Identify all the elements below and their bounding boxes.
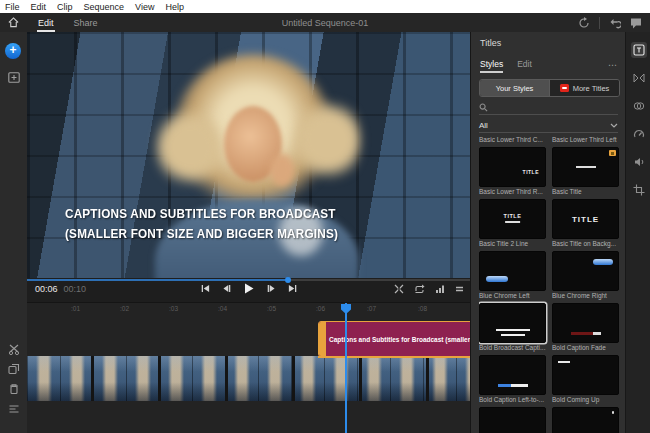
clip-trim-handle[interactable] xyxy=(319,322,326,356)
duplicate-icon[interactable] xyxy=(7,362,21,376)
style-item[interactable]: TITLE Basic Title on Backg... xyxy=(552,199,619,249)
transport-menu-icon[interactable] xyxy=(455,285,464,293)
menu-bar: File Edit Clip Sequence View Help xyxy=(0,0,650,13)
style-label[interactable]: Basic Lower Third Left xyxy=(552,135,619,145)
ruler-label: :04 xyxy=(218,305,227,312)
style-label: Blue Chrome Left xyxy=(479,291,546,301)
chevron-down-icon xyxy=(610,123,618,128)
style-label: Bold Caption Left-to-... xyxy=(479,395,546,405)
caption-line-1: CAPTIONS AND SUBTITLES FOR BROADCAST xyxy=(65,204,338,224)
track-controls-icon[interactable] xyxy=(7,402,21,416)
menu-edit[interactable]: Edit xyxy=(31,2,47,12)
search-row xyxy=(479,100,618,115)
ruler-label: :06 xyxy=(316,305,325,312)
playhead-handle[interactable] xyxy=(341,304,351,314)
search-icon xyxy=(479,103,488,112)
clip-link-highlight xyxy=(318,356,470,358)
scrubber-progress xyxy=(27,279,285,281)
style-label: Blue Chrome Right xyxy=(552,291,619,301)
playhead[interactable] xyxy=(345,303,347,433)
style-item[interactable]: Blue Chrome Left xyxy=(479,251,546,301)
media-browser-icon[interactable] xyxy=(7,70,21,84)
more-titles-button[interactable]: More Titles xyxy=(549,80,619,96)
style-label[interactable]: Basic Lower Third C... xyxy=(479,135,546,145)
fit-screen-icon[interactable] xyxy=(394,284,404,294)
preview-monitor[interactable]: CAPTIONS AND SUBTITLES FOR BROADCAST (SM… xyxy=(27,32,470,278)
menu-help[interactable]: Help xyxy=(165,2,184,12)
loop-icon[interactable] xyxy=(414,284,425,294)
menu-sequence[interactable]: Sequence xyxy=(84,2,125,12)
undo-icon[interactable] xyxy=(609,17,621,29)
style-item[interactable]: Basic Title xyxy=(552,147,619,197)
transitions-icon[interactable] xyxy=(631,70,647,86)
split-icon[interactable] xyxy=(7,342,21,356)
app-header: Edit Share Untitled Sequence-01 xyxy=(0,13,650,33)
step-back-icon[interactable] xyxy=(223,284,231,293)
search-input[interactable] xyxy=(493,101,618,113)
color-icon[interactable] xyxy=(631,98,647,114)
skip-start-icon[interactable] xyxy=(201,284,210,293)
divider xyxy=(599,17,600,29)
ruler-label: :08 xyxy=(418,305,427,312)
audio-icon[interactable] xyxy=(631,154,647,170)
menu-file[interactable]: File xyxy=(5,2,20,12)
menu-view[interactable]: View xyxy=(135,2,154,12)
style-item[interactable]: Bold Caption Fade xyxy=(552,303,619,353)
style-item-selected[interactable]: Bold Broadcast Capti... xyxy=(479,303,546,353)
video-clip-track[interactable] xyxy=(27,356,470,401)
thumb-title-text: TITLE xyxy=(504,213,522,223)
menu-clip[interactable]: Clip xyxy=(57,2,73,12)
more-titles-label: More Titles xyxy=(573,84,610,93)
style-label: Basic Title on Backg... xyxy=(552,239,619,249)
timeline[interactable]: :01 :02 :03 :04 :05 :06 :07 :08 Captions… xyxy=(27,302,470,433)
caption-overlay: CAPTIONS AND SUBTITLES FOR BROADCAST (SM… xyxy=(65,204,338,244)
tab-share[interactable]: Share xyxy=(73,15,99,31)
speed-icon[interactable] xyxy=(631,126,647,142)
video-subject-hair xyxy=(295,92,361,188)
panel-title: Titles xyxy=(480,38,501,48)
playback-quality-icon[interactable] xyxy=(435,284,445,294)
style-item[interactable]: Bold Coming Up xyxy=(552,355,619,405)
styles-grid: Basic Lower Third C... Basic Lower Third… xyxy=(479,135,619,433)
step-forward-icon[interactable] xyxy=(267,284,275,293)
style-item[interactable]: Blue Chrome Right xyxy=(552,251,619,301)
ruler-label: :01 xyxy=(71,305,80,312)
styles-source-toggle: Your Styles More Titles xyxy=(479,79,620,97)
sync-icon[interactable] xyxy=(578,17,590,29)
style-label: Bold Coming Up xyxy=(552,395,619,405)
feedback-icon[interactable] xyxy=(630,17,642,29)
skip-end-icon[interactable] xyxy=(288,284,297,293)
caption-clip-label: Captions and Subtitles for Broadcast (sm… xyxy=(326,336,470,343)
ruler-label: :05 xyxy=(267,305,276,312)
video-subject-hair xyxy=(155,102,225,192)
category-filter[interactable]: All xyxy=(479,119,618,133)
style-item[interactable]: Bold Lower Caption xyxy=(479,407,546,433)
style-label: Basic Lower Third R... xyxy=(479,187,546,197)
style-label: Basic Title xyxy=(552,187,619,197)
caption-line-2: (SMALLER FONT SIZE AND BIGGER MARGINS) xyxy=(65,224,338,244)
transport-bar: 00:06 00:10 xyxy=(27,278,470,302)
titles-icon[interactable] xyxy=(631,42,647,58)
tab-styles[interactable]: Styles xyxy=(480,59,503,71)
panel-more-icon[interactable]: ⋯ xyxy=(608,60,618,70)
premium-badge-icon xyxy=(609,150,616,156)
your-styles-label: Your Styles xyxy=(496,84,534,93)
tab-edit-titles[interactable]: Edit xyxy=(517,59,532,71)
left-toolbar: + xyxy=(0,32,28,433)
delete-icon[interactable] xyxy=(7,382,21,396)
your-styles-button[interactable]: Your Styles xyxy=(480,80,549,96)
add-media-icon[interactable]: + xyxy=(5,43,21,59)
adobe-stock-icon xyxy=(560,84,569,92)
style-item[interactable]: Bold Caption Left-to-... xyxy=(479,355,546,405)
home-icon[interactable] xyxy=(8,17,19,28)
style-label: Basic Title 2 Line xyxy=(479,239,546,249)
ruler-label: :02 xyxy=(120,305,129,312)
caption-clip[interactable]: Captions and Subtitles for Broadcast (sm… xyxy=(318,321,470,357)
crop-icon[interactable] xyxy=(631,182,647,198)
thumb-title-text: TITLE xyxy=(523,169,539,175)
style-item[interactable]: TITLE Basic Title 2 Line xyxy=(479,199,546,249)
style-item[interactable]: TITLE Basic Lower Third R... xyxy=(479,147,546,197)
style-item[interactable]: Bold Line Overlap xyxy=(552,407,619,433)
tab-edit[interactable]: Edit xyxy=(37,15,55,31)
play-icon[interactable] xyxy=(244,283,254,294)
